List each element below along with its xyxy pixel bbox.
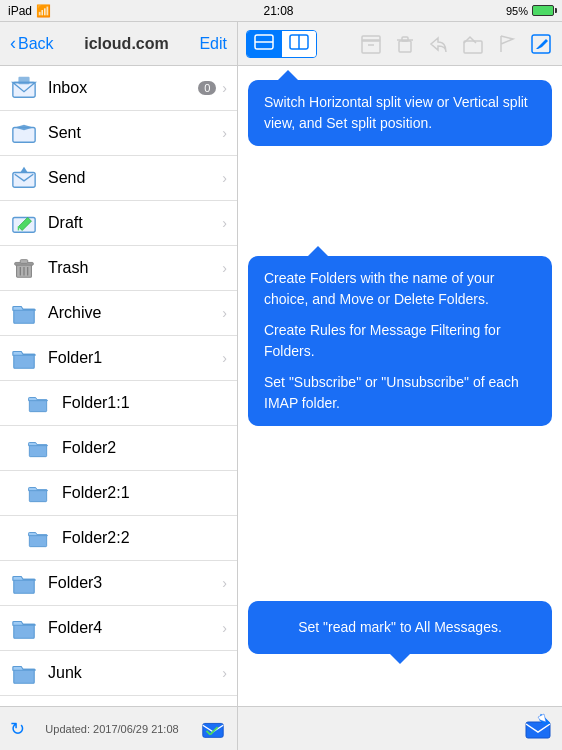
compose-button[interactable]: [528, 31, 554, 57]
folder-item-folder4[interactable]: Folder4 ›: [0, 606, 237, 651]
folder1-1-icon: [24, 389, 52, 417]
back-label[interactable]: Back: [18, 35, 54, 53]
split-view-toggle[interactable]: [246, 30, 317, 58]
refresh-button[interactable]: ↻: [10, 718, 25, 740]
back-button[interactable]: ‹ Back: [10, 33, 54, 54]
svg-rect-30: [526, 722, 550, 738]
status-bar: iPad 📶 21:08 95%: [0, 0, 562, 22]
folder-item-folder2-2[interactable]: Folder2:2: [0, 516, 237, 561]
status-time: 21:08: [263, 4, 293, 18]
folder-item-draft[interactable]: Draft ›: [0, 201, 237, 246]
split-vertical-button[interactable]: [281, 31, 316, 57]
folder-item-folder1-1[interactable]: Folder1:1: [0, 381, 237, 426]
folder1-1-label: Folder1:1: [62, 394, 227, 412]
battery-icon: [532, 5, 554, 16]
sent-label: Sent: [48, 124, 222, 142]
folder2-label: Folder2: [62, 439, 227, 457]
folder3-chevron: ›: [222, 575, 227, 591]
compose-mail-icon[interactable]: [524, 712, 552, 746]
nav-title: icloud.com: [84, 35, 168, 53]
send-label: Send: [48, 169, 222, 187]
junk-chevron: ›: [222, 665, 227, 681]
toolbar-right: [358, 31, 554, 57]
right-panel: Switch Horizontal split view or Vertical…: [238, 22, 562, 750]
folder4-icon: [10, 614, 38, 642]
tooltip-folders-line2: Create Rules for Message Filtering for F…: [264, 320, 536, 362]
trash-label: Trash: [48, 259, 222, 277]
svg-rect-25: [399, 41, 411, 52]
draft-label: Draft: [48, 214, 222, 232]
right-bottom-bar: [238, 706, 562, 750]
folder1-chevron: ›: [222, 350, 227, 366]
folder-item-folder2[interactable]: Folder2: [0, 426, 237, 471]
trash-icon: [10, 254, 38, 282]
archive-chevron: ›: [222, 305, 227, 321]
svg-rect-2: [18, 77, 29, 84]
nav-bar: ‹ Back icloud.com Edit: [0, 22, 237, 66]
junk-icon: [10, 659, 38, 687]
svg-rect-22: [362, 40, 380, 53]
svg-rect-23: [362, 36, 380, 41]
folder-item-trash[interactable]: Trash ›: [0, 246, 237, 291]
left-bottom-bar: ↻ Updated: 2017/06/29 21:08: [0, 706, 237, 750]
folder2-2-label: Folder2:2: [62, 529, 227, 547]
folder-item-sent[interactable]: Sent ›: [0, 111, 237, 156]
inbox-chevron: ›: [222, 80, 227, 96]
folder4-label: Folder4: [48, 619, 222, 637]
folder3-icon: [10, 569, 38, 597]
flag-button[interactable]: [494, 31, 520, 57]
status-left: iPad 📶: [8, 4, 51, 18]
updated-text: Updated: 2017/06/29 21:08: [45, 723, 178, 735]
sent-chevron: ›: [222, 125, 227, 141]
folder-item-folder1[interactable]: Folder1 ›: [0, 336, 237, 381]
folder-item-send[interactable]: Send ›: [0, 156, 237, 201]
tooltip-split-view-text: Switch Horizontal split view or Vertical…: [264, 94, 528, 131]
folder-item-inbox[interactable]: Inbox 0 ›: [0, 66, 237, 111]
folder2-icon: [24, 434, 52, 462]
folder-item-folder3[interactable]: Folder3 ›: [0, 561, 237, 606]
status-right: 95%: [506, 5, 554, 17]
sent-icon: [10, 119, 38, 147]
split-horizontal-button[interactable]: [247, 31, 281, 57]
wifi-icon: 📶: [36, 4, 51, 18]
junk-label: Junk: [48, 664, 222, 682]
folder-item-folder2-1[interactable]: Folder2:1: [0, 471, 237, 516]
draft-icon: [10, 209, 38, 237]
send-icon: [10, 164, 38, 192]
delete-button[interactable]: [392, 31, 418, 57]
move-button[interactable]: [460, 31, 486, 57]
ipad-label: iPad: [8, 4, 32, 18]
archive-label: Archive: [48, 304, 222, 322]
main-layout: ‹ Back icloud.com Edit Inbox 0 ›: [0, 22, 562, 750]
svg-rect-27: [402, 37, 408, 41]
battery-percent: 95%: [506, 5, 528, 17]
tooltip-read-mark: Set "read mark" to All Messages.: [248, 601, 552, 654]
mark-all-icon[interactable]: [199, 715, 227, 743]
folder-item-archive[interactable]: Archive ›: [0, 291, 237, 336]
folder2-1-icon: [24, 479, 52, 507]
toolbar-left: [246, 30, 317, 58]
back-chevron-icon: ‹: [10, 33, 16, 54]
draft-chevron: ›: [222, 215, 227, 231]
folder-list: Inbox 0 › Sent ›: [0, 66, 237, 706]
inbox-label: Inbox: [48, 79, 198, 97]
tooltip-folders-line3: Set "Subscribe" or "Unsubscribe" of each…: [264, 372, 536, 414]
svg-marker-6: [20, 167, 27, 173]
folder3-label: Folder3: [48, 574, 222, 592]
tooltip-split-view: Switch Horizontal split view or Vertical…: [248, 80, 552, 146]
edit-button[interactable]: Edit: [199, 35, 227, 53]
folder1-icon: [10, 344, 38, 372]
folder2-1-label: Folder2:1: [62, 484, 227, 502]
svg-rect-15: [203, 723, 223, 737]
archive-folder-icon: [10, 299, 38, 327]
folder1-label: Folder1: [48, 349, 222, 367]
archive-button[interactable]: [358, 31, 384, 57]
folder-item-junk[interactable]: Junk ›: [0, 651, 237, 696]
tooltip-folders-line1: Create Folders with the name of your cho…: [264, 268, 536, 310]
folder4-chevron: ›: [222, 620, 227, 636]
reply-button[interactable]: [426, 31, 452, 57]
inbox-badge: 0: [198, 81, 216, 95]
svg-rect-28: [464, 41, 482, 53]
folder-item-notes[interactable]: Notes ›: [0, 696, 237, 706]
trash-chevron: ›: [222, 260, 227, 276]
